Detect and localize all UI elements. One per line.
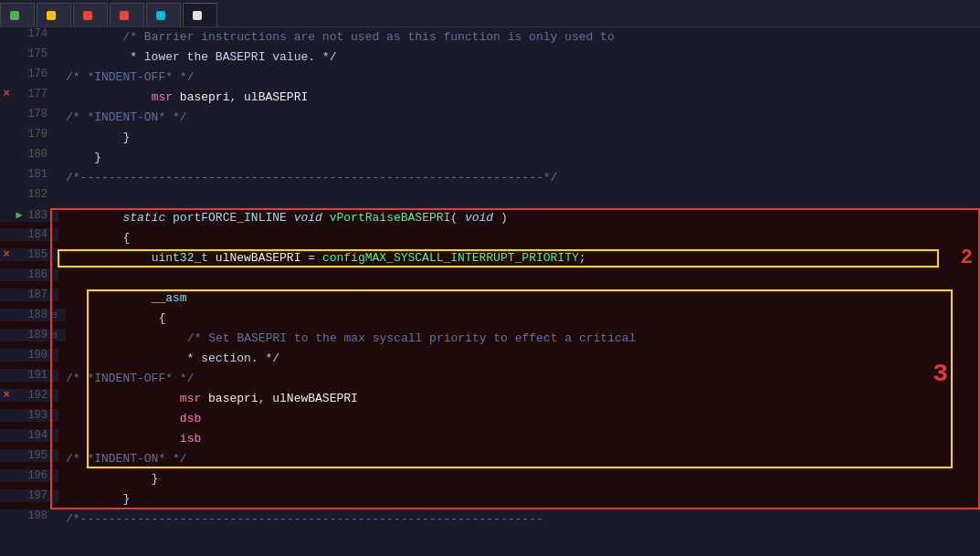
line-content-187: __asm (58, 288, 980, 309)
tab-port-c[interactable] (110, 3, 144, 26)
line-gutter-184: 184 (0, 228, 58, 241)
line-content-174: /* Barrier instructions are not used as … (58, 27, 980, 47)
line-gutter-181: 181 (0, 168, 58, 181)
line-content-184: { (58, 228, 980, 248)
code-line-189: 189⊟ /* Set BASEPRI to the max syscall p… (0, 329, 980, 349)
line-gutter-190: 190 (0, 349, 58, 362)
line-gutter-187: 187 (0, 288, 58, 301)
line-content-185: uint32_t ulNewBASEPRI = configMAX_SYSCAL… (58, 248, 980, 268)
line-content-198: /*--------------------------------------… (58, 509, 980, 530)
line-gutter-186: 186 (0, 268, 58, 281)
line-indicator-185: × (0, 248, 13, 261)
line-number-198: 198 (26, 509, 51, 522)
fold-button-189[interactable]: ⊟ (51, 330, 57, 341)
code-line-196: 196 } (0, 469, 980, 489)
fold-button-188[interactable]: ⊟ (51, 309, 57, 320)
line-gutter-196: 196 (0, 469, 58, 482)
code-editor: 174 /* Barrier instructions are not used… (0, 27, 980, 556)
tab-task-h[interactable] (146, 3, 181, 26)
code-line-192: ×192 msr basepri, ulNewBASEPRI (0, 389, 980, 409)
line-content-194: isb (58, 429, 980, 449)
tab-bar (0, 0, 980, 27)
line-content-192: msr basepri, ulNewBASEPRI (58, 389, 980, 409)
line-gutter-183: ▶183 (0, 208, 58, 222)
line-indicator-177: × (0, 88, 13, 100)
code-line-195: 195/* *INDENT-ON* */ (0, 449, 980, 469)
code-line-188: 188⊟ { (0, 309, 980, 329)
line-number-188: 188 (26, 309, 51, 321)
code-line-183: ▶183 static portFORCE_INLINE void vPortR… (0, 208, 980, 228)
line-number-193: 193 (26, 409, 51, 422)
line-content-186 (58, 268, 980, 270)
line-content-195: /* *INDENT-ON* */ (58, 449, 980, 469)
code-line-184: 184 { (0, 228, 980, 248)
line-number-191: 191 (26, 369, 51, 382)
tab-icon-freertos (47, 11, 56, 20)
line-gutter-174: 174 (0, 27, 58, 40)
code-line-193: 193 dsb (0, 409, 980, 429)
badge-2: 2 (961, 248, 973, 268)
line-number-178: 178 (26, 108, 51, 121)
line-indicator-192: × (0, 389, 13, 402)
code-line-198: 198/*-----------------------------------… (0, 509, 980, 530)
code-line-194: 194 isb (0, 429, 980, 449)
line-number-194: 194 (26, 429, 51, 442)
tab-freertos-config[interactable] (37, 3, 71, 26)
line-number-182: 182 (26, 188, 51, 201)
code-line-176: 176/* *INDENT-OFF* */ (0, 68, 980, 88)
line-number-197: 197 (26, 489, 51, 502)
code-line-174: 174 /* Barrier instructions are not used… (0, 27, 980, 47)
code-line-190: 190 * section. */ (0, 349, 980, 369)
line-content-175: * lower the BASEPRI value. */ (58, 47, 980, 68)
tab-icon-tasks (83, 11, 92, 20)
line-content-191: /* *INDENT-OFF* */ (58, 369, 980, 389)
line-content-181: /*--------------------------------------… (58, 168, 980, 188)
line-content-193: dsb (58, 409, 980, 429)
tab-icon-taskh (156, 11, 165, 20)
code-line-177: ×177 msr basepri, ulBASEPRI (0, 88, 980, 108)
line-gutter-197: 197 (0, 489, 58, 502)
line-gutter-189: 189⊟ (0, 329, 66, 341)
tab-icon-portmacro (193, 11, 202, 20)
line-content-182 (58, 188, 980, 190)
line-gutter-182: 182 (0, 188, 58, 201)
code-line-179: 179 } (0, 128, 980, 148)
line-number-179: 179 (26, 128, 51, 141)
line-gutter-175: 175 (0, 47, 58, 60)
line-number-183: 183 (26, 209, 51, 222)
line-content-189: /* Set BASEPRI to the max syscall priori… (66, 329, 980, 349)
line-gutter-180: 180 (0, 148, 58, 161)
line-arrow-183: ▶ (13, 208, 26, 222)
code-line-180: 180 } (0, 148, 980, 168)
line-number-186: 186 (26, 268, 51, 281)
line-gutter-194: 194 (0, 429, 58, 442)
line-number-184: 184 (26, 228, 51, 241)
line-number-180: 180 (26, 148, 51, 161)
line-gutter-178: 178 (0, 108, 58, 121)
line-number-181: 181 (26, 168, 51, 181)
line-content-180: } (58, 148, 980, 168)
line-content-179: } (58, 128, 980, 148)
line-gutter-191: 191 (0, 369, 58, 382)
code-line-197: 197 } (0, 489, 980, 509)
line-number-174: 174 (26, 27, 51, 40)
line-number-175: 175 (26, 47, 51, 60)
line-number-176: 176 (26, 68, 51, 80)
code-line-186: 186 (0, 268, 980, 288)
tab-tasks-c[interactable] (73, 3, 108, 26)
line-number-196: 196 (26, 469, 51, 482)
line-content-196: } (58, 469, 980, 489)
line-content-183: static portFORCE_INLINE void vPortRaiseB… (58, 208, 980, 228)
line-number-187: 187 (26, 288, 51, 301)
tab-icon-port (120, 11, 129, 20)
line-gutter-195: 195 (0, 449, 58, 462)
line-gutter-193: 193 (0, 409, 58, 422)
line-content-197: } (58, 489, 980, 509)
code-line-181: 181/*-----------------------------------… (0, 168, 980, 188)
line-gutter-179: 179 (0, 128, 58, 141)
tab-portmacro-h[interactable] (183, 3, 217, 26)
line-gutter-188: 188⊟ (0, 309, 66, 321)
line-content-178: /* *INDENT-ON* */ (58, 108, 980, 128)
line-number-192: 192 (26, 389, 51, 402)
tab-main-c[interactable] (0, 3, 35, 26)
